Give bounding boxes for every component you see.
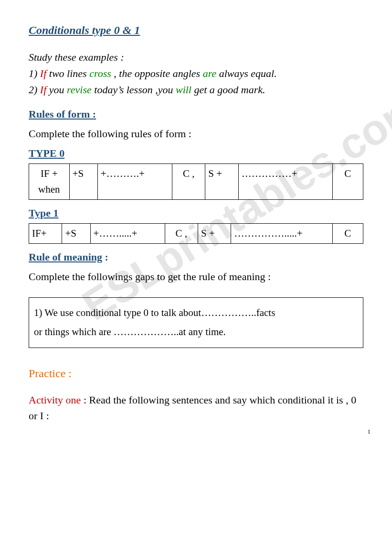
rule-of-meaning-colon: : bbox=[102, 251, 108, 263]
type0-c1a: IF + bbox=[32, 168, 66, 180]
type1-c2: +S bbox=[62, 224, 90, 244]
example-2-num: 2) bbox=[29, 84, 40, 96]
type1-label: Type 1 bbox=[29, 207, 363, 219]
type0-c2: +S bbox=[69, 164, 97, 200]
example-2-t1: you bbox=[49, 84, 67, 96]
rule-of-meaning-text: Complete the followings gaps to get the … bbox=[29, 271, 363, 283]
meaning-box-line2: or things which are ………………..at any time. bbox=[34, 323, 358, 342]
type0-c3: +……….+ bbox=[97, 164, 172, 200]
type0-label: TYPE 0 bbox=[29, 147, 363, 160]
type1-c4: C , bbox=[165, 224, 198, 244]
example-1-num: 1) bbox=[29, 67, 40, 79]
meaning-box-line1: 1) We use conditional type 0 to talk abo… bbox=[34, 304, 358, 323]
activity-one: Activity one : Read the following senten… bbox=[29, 392, 363, 424]
table-row: IF + when +S +……….+ C , S + ……………+ C bbox=[29, 164, 363, 200]
page-title: Conditionals type 0 & 1 bbox=[29, 24, 363, 37]
type0-c5: S + bbox=[205, 164, 238, 200]
type1-c5: S + bbox=[198, 224, 231, 244]
example-1-t1: two lines bbox=[49, 67, 89, 79]
type0-table: IF + when +S +……….+ C , S + ……………+ C bbox=[29, 163, 363, 200]
example-2: 2) If you revise today’s lesson ,you wil… bbox=[29, 84, 363, 96]
type1-c7: C bbox=[332, 224, 363, 244]
type1-table: IF+ +S +…….....+ C , S + …………….....+ C bbox=[29, 223, 363, 244]
example-2-t2: today’s lesson ,you bbox=[94, 84, 176, 96]
type1-c6: …………….....+ bbox=[231, 224, 332, 244]
type1-c3: +…….....+ bbox=[90, 224, 165, 244]
type0-c6: ……………+ bbox=[238, 164, 332, 200]
rules-of-form-text: Complete the following rules of form : bbox=[29, 128, 363, 140]
example-1-t3: always equal. bbox=[216, 67, 277, 79]
example-1-verb2: are bbox=[203, 67, 217, 79]
type0-c1b: when bbox=[32, 184, 66, 196]
example-2-t3: get a good mark. bbox=[194, 84, 265, 96]
example-2-verb2: will bbox=[176, 84, 194, 96]
example-1: 1) If two lines cross , the opposite ang… bbox=[29, 67, 363, 80]
example-2-verb1: revise bbox=[67, 84, 94, 96]
practice-head: Practice : bbox=[29, 367, 363, 380]
page-number: 1 bbox=[368, 428, 371, 435]
type0-c7: C bbox=[332, 164, 363, 200]
rules-of-form-head: Rules of form : bbox=[29, 108, 363, 120]
example-2-if: If bbox=[40, 84, 49, 96]
meaning-box: 1) We use conditional type 0 to talk abo… bbox=[29, 297, 363, 348]
type1-c1: IF+ bbox=[29, 224, 62, 244]
examples-intro: Study these examples : bbox=[29, 51, 363, 64]
example-1-t2: , the opposite angles bbox=[111, 67, 203, 79]
rule-of-meaning-head: Rule of meaning bbox=[29, 251, 102, 263]
example-1-if: If bbox=[40, 67, 49, 79]
table-row: IF+ +S +…….....+ C , S + …………….....+ C bbox=[29, 224, 363, 244]
type0-c1: IF + when bbox=[29, 164, 70, 200]
example-1-verb1: cross bbox=[89, 67, 111, 79]
type0-c4: C , bbox=[172, 164, 205, 200]
activity-one-label: Activity one bbox=[29, 394, 81, 406]
